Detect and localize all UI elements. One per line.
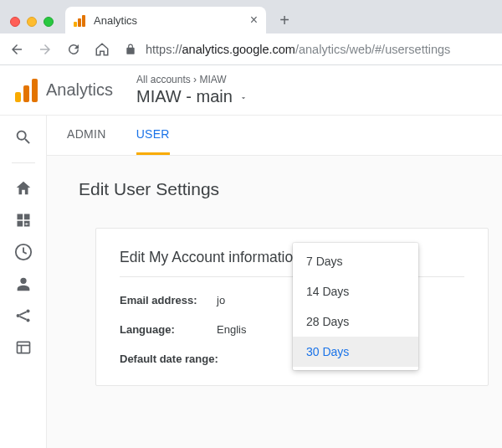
lock-icon: [122, 41, 139, 58]
window-minimize[interactable]: [27, 17, 37, 27]
dashboard-icon[interactable]: [13, 210, 33, 230]
home-nav-icon[interactable]: [13, 178, 33, 198]
date-range-menu: 7 Days 14 Days 28 Days 30 Days: [293, 243, 418, 370]
date-range-label: Default date range:: [120, 353, 237, 365]
analytics-logo[interactable]: Analytics: [15, 79, 113, 102]
menu-option-7days[interactable]: 7 Days: [293, 246, 418, 276]
analytics-favicon: [74, 13, 87, 27]
settings-tabs: ADMIN USER: [47, 116, 502, 156]
address-bar[interactable]: https://analytics.google.com/analytics/w…: [122, 41, 494, 58]
home-icon[interactable]: [94, 41, 110, 58]
breadcrumb: All accounts › MIAW: [136, 74, 248, 85]
window-controls: [7, 17, 59, 33]
analytics-logo-icon: [15, 79, 38, 102]
forward-icon: [37, 41, 54, 58]
window-zoom[interactable]: [44, 17, 54, 27]
tab-close-icon[interactable]: ×: [250, 13, 258, 27]
svg-point-2: [26, 318, 29, 322]
tab-title: Analytics: [94, 14, 137, 27]
chevron-down-icon: [239, 87, 248, 106]
browser-toolbar: https://analytics.google.com/analytics/w…: [0, 33, 502, 65]
menu-option-30days[interactable]: 30 Days: [293, 337, 418, 367]
tab-strip: Analytics × +: [0, 0, 502, 33]
tab-admin[interactable]: ADMIN: [67, 116, 106, 155]
reload-icon[interactable]: [65, 41, 82, 58]
account-picker[interactable]: All accounts › MIAW MIAW - main: [136, 74, 248, 106]
tab-user[interactable]: USER: [136, 116, 170, 155]
new-tab-button[interactable]: +: [273, 8, 296, 32]
language-value[interactable]: Englis: [217, 323, 246, 336]
acquisition-icon[interactable]: [13, 306, 33, 326]
audience-icon[interactable]: [13, 274, 33, 294]
back-icon[interactable]: [8, 41, 25, 58]
svg-rect-3: [17, 342, 29, 353]
behavior-icon[interactable]: [13, 337, 33, 358]
browser-tab-active[interactable]: Analytics ×: [65, 7, 266, 33]
email-label: Email address:: [120, 294, 217, 306]
sidebar-divider: [12, 162, 35, 163]
product-name: Analytics: [46, 80, 113, 100]
page-title: Edit User Settings: [75, 179, 502, 199]
window-close[interactable]: [10, 17, 20, 27]
page-body: Edit User Settings Edit My Account infor…: [47, 156, 502, 448]
view-name: MIAW - main: [136, 87, 233, 106]
svg-point-0: [16, 314, 19, 317]
url-text: https://analytics.google.com/analytics/w…: [146, 43, 450, 56]
view-name-line: MIAW - main: [136, 87, 248, 106]
app-header: Analytics All accounts › MIAW MIAW - mai…: [0, 65, 502, 116]
menu-option-14days[interactable]: 14 Days: [293, 276, 418, 306]
svg-point-1: [26, 309, 29, 312]
account-card: Edit My Account information Email addres…: [95, 228, 489, 386]
content-area: ADMIN USER Edit User Settings Edit My Ac…: [47, 116, 502, 448]
menu-option-28days[interactable]: 28 Days: [293, 306, 418, 337]
email-value-left: jo: [217, 294, 225, 306]
realtime-icon[interactable]: [13, 242, 33, 262]
search-icon[interactable]: [13, 127, 33, 147]
language-label: Language:: [120, 323, 217, 336]
browser-chrome: Analytics × + https://analytics.google.c…: [0, 0, 502, 65]
sidebar: [0, 116, 47, 448]
